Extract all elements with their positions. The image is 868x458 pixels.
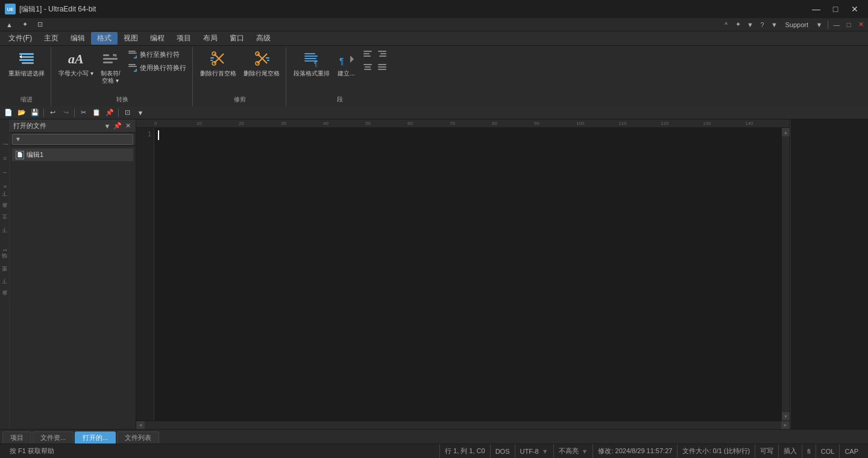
redo-btn[interactable]: ↪ (60, 107, 72, 118)
menu-window[interactable]: 窗口 (224, 32, 250, 45)
ruler-70: 70 (450, 121, 455, 126)
status-highlight[interactable]: 不高亮 ▼ (554, 444, 594, 458)
ruler-20: 20 (239, 121, 244, 126)
ruler-80: 80 (492, 121, 497, 126)
maximize-button[interactable]: □ (827, 3, 844, 15)
scroll-h-track[interactable] (145, 421, 781, 429)
menu-file[interactable]: 文件(F) (2, 32, 38, 45)
open-file-btn[interactable]: 📂 (16, 107, 28, 118)
svg-rect-6 (103, 58, 118, 60)
wrap-label1: 换行至换行符 (140, 50, 180, 59)
sec-caret[interactable]: ^ (721, 20, 731, 30)
close-button[interactable]: ✕ (846, 3, 863, 15)
sec-down3[interactable]: ▼ (814, 20, 824, 30)
scroll-track[interactable] (782, 136, 790, 412)
sec-item-star[interactable]: ✦ (19, 20, 31, 29)
sec-down[interactable]: ▼ (745, 20, 755, 30)
tab-space-button[interactable]: ⇆ 制表符/空格 ▾ (98, 48, 123, 86)
sec-item-up[interactable]: ▲ (2, 21, 16, 29)
sec-item-box[interactable]: ⊡ (34, 20, 46, 29)
highlight-arrow: ▼ (582, 448, 588, 455)
expand-btn[interactable]: ⊡ (121, 107, 133, 118)
ruler-0: 0 (154, 121, 157, 126)
scroll-left-btn[interactable]: ◄ (136, 421, 145, 429)
status-col: COL (816, 444, 840, 458)
save-btn[interactable]: 💾 (29, 107, 41, 118)
panel-close-btn[interactable]: ✕ (124, 122, 132, 130)
ruler-40: 40 (323, 121, 329, 126)
reindent-button[interactable]: 重新缩进选择 (6, 48, 47, 78)
align-right-button[interactable] (376, 48, 389, 59)
sec-down2[interactable]: ▼ (769, 20, 779, 30)
menu-view[interactable]: 视图 (118, 32, 144, 45)
editor-text[interactable] (154, 128, 781, 421)
menu-format[interactable]: 格式 (91, 32, 118, 45)
reindent-label: 重新缩进选择 (8, 70, 45, 77)
build-button[interactable]: ¶ 建立... (335, 48, 359, 78)
sec-support[interactable]: Support (781, 21, 812, 29)
tab-project[interactable]: 项目 (2, 431, 31, 444)
new-file-btn[interactable]: 📄 (2, 107, 14, 118)
ruler-10: 10 (197, 121, 202, 126)
menu-home[interactable]: 主页 (38, 32, 64, 45)
tab-filelist[interactable]: 文件列表 (117, 431, 159, 444)
menu-layout[interactable]: 布局 (197, 32, 224, 45)
svg-rect-12 (128, 66, 137, 67)
svg-text:¶: ¶ (339, 56, 344, 66)
scroll-up-btn[interactable]: ▲ (782, 128, 790, 136)
status-encoding[interactable]: UTF-8 ▼ (515, 444, 554, 458)
menu-edit[interactable]: 编辑 (64, 32, 91, 45)
scroll-down-btn[interactable]: ▼ (782, 412, 790, 421)
window-title: [编辑1] - UltraEdit 64-bit (19, 4, 96, 14)
ruler-30: 30 (281, 121, 286, 126)
tab-filemanager[interactable]: 文件资... (33, 431, 74, 444)
sec-max[interactable]: □ (844, 20, 854, 30)
trim-trailing-button[interactable]: 删除行尾空格 (241, 48, 282, 78)
svg-rect-11 (128, 64, 136, 65)
paste-btn[interactable]: 📌 (104, 107, 116, 118)
wrap-to-newline-button[interactable]: 换行至换行符 (125, 48, 189, 60)
panel-dropdown-btn[interactable]: ▼ (103, 122, 112, 130)
line-number-1: 1 (136, 130, 151, 138)
sec-star2[interactable]: ✦ (733, 20, 743, 30)
window-controls: — □ ✕ (808, 3, 863, 15)
vert-label-3: i (2, 172, 8, 173)
align-left-button[interactable] (361, 48, 374, 59)
file-item-edit1[interactable]: 📄 编辑1 (12, 148, 133, 161)
sec-close[interactable]: ✕ (856, 20, 866, 30)
ribbon-group-trim: 删除行首空格 删除行尾空格 (194, 47, 286, 106)
copy-btn[interactable]: 📋 (90, 107, 102, 118)
dropdown-arrow[interactable]: ▼ (134, 107, 146, 118)
wrap-icon1 (128, 49, 137, 59)
undo-btn[interactable]: ↩ (46, 107, 58, 118)
ruler-140: 140 (745, 121, 753, 126)
menu-advanced[interactable]: 高级 (250, 32, 277, 45)
file-filter-dropdown[interactable]: ▼ (12, 134, 133, 145)
menu-project[interactable]: 项目 (171, 32, 197, 45)
vert-label-1: j (2, 144, 8, 145)
trim-leading-button[interactable]: 删除行首空格 (198, 48, 239, 78)
case-button[interactable]: aA 字母大小写 ▾ (56, 48, 96, 78)
reformat-button[interactable]: ¶ 段落格式重排 (291, 48, 332, 78)
align-center-button[interactable] (361, 62, 374, 72)
use-newline-button[interactable]: 使用换行符换行 (125, 62, 189, 74)
para-group-label: 段 (291, 95, 389, 105)
ribbon-group-convert: aA 字母大小写 ▾ ⇆ 制表符/空格 ▾ (52, 47, 193, 106)
panel-header-icons: ▼ 📌 ✕ (103, 122, 132, 130)
svg-rect-27 (304, 58, 316, 59)
scroll-right-btn[interactable]: ► (781, 421, 790, 429)
align-justify-button[interactable] (376, 62, 389, 72)
align-justify-icon (377, 62, 387, 72)
menu-code[interactable]: 编程 (144, 32, 171, 45)
status-line-ending[interactable]: DOS (491, 444, 515, 458)
tab-openfiles[interactable]: 打开的... (75, 431, 116, 444)
sec-help[interactable]: ? (757, 20, 767, 30)
trim-group-label: 修剪 (198, 95, 282, 105)
trim-trailing-label: 删除行尾空格 (244, 70, 280, 77)
cut-btn[interactable]: ✂ (77, 107, 89, 118)
panel-pin-btn[interactable]: 📌 (113, 122, 122, 130)
minimize-button[interactable]: — (808, 3, 825, 15)
sec-min[interactable]: — (832, 20, 841, 30)
reformat-label: 段落格式重排 (294, 70, 330, 77)
wrap-icon2 (128, 63, 137, 72)
